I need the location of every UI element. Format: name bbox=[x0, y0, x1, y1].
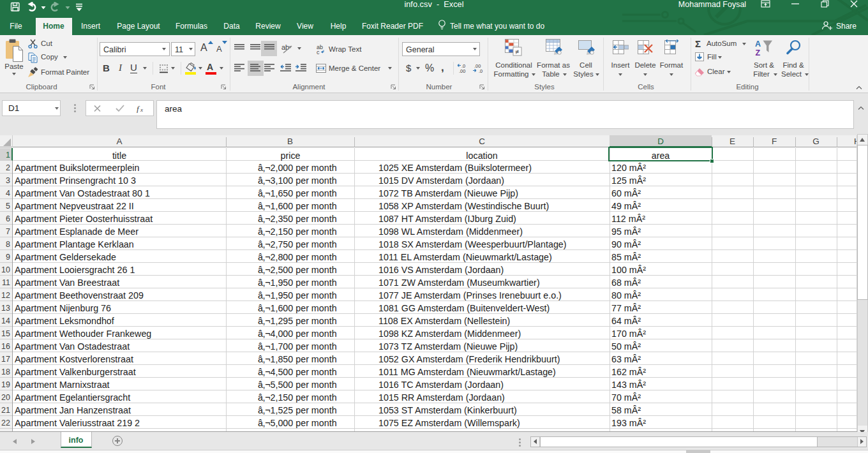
svg-text:Z: Z bbox=[756, 48, 761, 56]
svg-text:.0: .0 bbox=[479, 68, 483, 73]
svg-text:x: x bbox=[140, 107, 143, 113]
svg-text:.00: .00 bbox=[459, 68, 465, 73]
svg-text:ab: ab bbox=[281, 43, 289, 51]
svg-text:A: A bbox=[755, 40, 761, 48]
svg-text:≠: ≠ bbox=[515, 48, 519, 56]
svg-text:c: c bbox=[317, 49, 320, 54]
